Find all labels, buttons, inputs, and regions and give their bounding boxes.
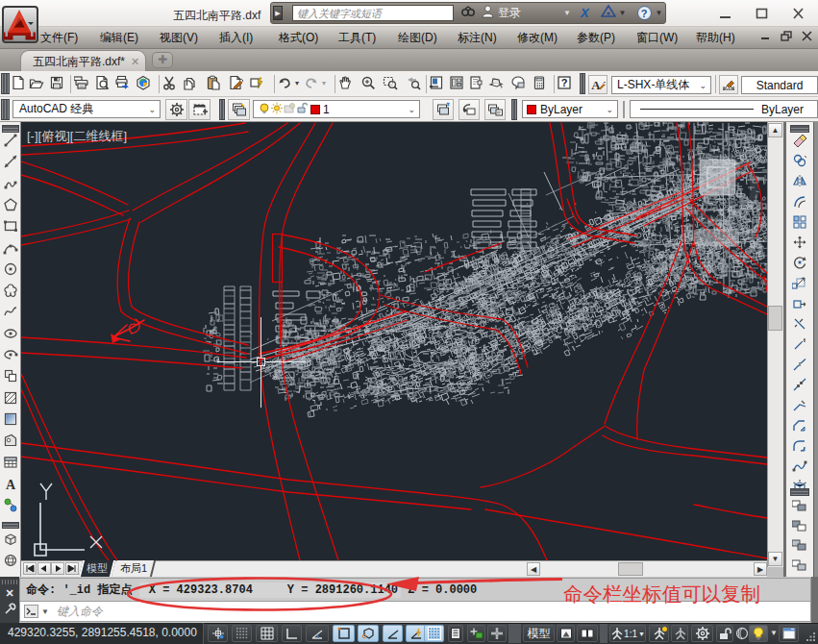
svg-text:?: ? (561, 77, 568, 88)
svg-text:WCS: WCS (702, 232, 727, 243)
svg-text:A: A (6, 477, 16, 491)
svg-text:[-][俯视][二维线框]: [-][俯视][二维线框] (27, 129, 127, 143)
svg-text:A: A (591, 78, 601, 92)
svg-text:命令栏坐标值可以复制: 命令栏坐标值可以复制 (563, 582, 760, 605)
